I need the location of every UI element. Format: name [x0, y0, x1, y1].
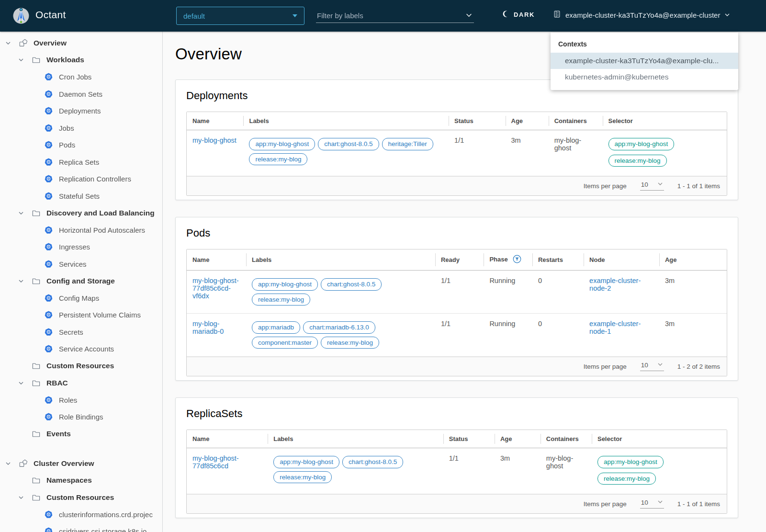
column-header-label: Containers — [554, 117, 587, 125]
labels-group: app:my-blog-ghostchart:ghost-8.0.5herita… — [249, 140, 436, 163]
sidebar-item-config-and-storage[interactable]: Config and Storage — [0, 272, 162, 290]
column-header-label: Containers — [546, 435, 579, 442]
horizontal-pod-autoscalers-icon — [45, 226, 54, 234]
page-size-select[interactable]: 10 — [640, 181, 664, 191]
labels-group: app:my-blog-ghostchart:ghost-8.0.5releas… — [273, 458, 406, 481]
theme-toggle[interactable]: DARK — [502, 10, 535, 19]
context-item-example-cluster-ka3tutzyo4a-example-clu[interactable]: example-cluster-ka3TuTzYo4a@example-clu.… — [551, 53, 738, 69]
clusterinformations-crd-projec-icon — [45, 510, 54, 519]
octant-logo-icon — [11, 6, 31, 25]
sidebar-item-replica-sets[interactable]: Replica Sets — [0, 154, 162, 171]
resource-link[interactable]: my-blog-mariadb-0 — [192, 320, 224, 335]
sidebar-item-services[interactable]: Services — [0, 256, 162, 273]
sidebar-item-ingresses[interactable]: Ingresses — [0, 238, 162, 256]
sidebar-item-cron-jobs[interactable]: Cron Jobs — [0, 68, 162, 86]
sidebar-item-role-bindings[interactable]: Role Bindings — [0, 408, 162, 426]
card-replicasets: ReplicaSetsNameLabelsStatusAgeContainers… — [175, 397, 738, 518]
table-cell: 1/1 — [435, 314, 484, 357]
replication-controllers-icon — [45, 175, 54, 183]
sidebar-item-roles[interactable]: Roles — [0, 392, 162, 409]
page-size-value: 10 — [641, 499, 648, 506]
chevron-down-icon[interactable] — [5, 460, 12, 467]
resource-link[interactable]: example-cluster-node-1 — [589, 320, 641, 335]
sidebar-item-config-maps[interactable]: Config Maps — [0, 290, 162, 307]
sidebar-item-workloads[interactable]: Workloads — [0, 52, 162, 69]
sidebar-item-clusterinformations-crd-projec[interactable]: clusterinformations.crd.projec — [0, 506, 162, 523]
resource-link[interactable]: my-blog-ghost-77df85c6cd — [192, 454, 239, 470]
label-pill: release:my-blog — [321, 337, 379, 349]
sidebar-item-label: Cron Jobs — [59, 73, 91, 81]
sidebar-item-label: Replica Sets — [59, 158, 99, 166]
column-header-labels: Labels — [246, 249, 435, 271]
sidebar-item-label: Service Accounts — [59, 345, 114, 353]
column-header-restarts: Restarts — [532, 249, 584, 271]
resource-link[interactable]: my-blog-ghost — [192, 136, 237, 144]
context-item-kubernetes-admin-kubernetes[interactable]: kubernetes-admin@kubernetes — [551, 69, 738, 85]
resource-link[interactable]: example-cluster-node-2 — [589, 277, 641, 292]
table-cell: my-blog-ghost — [541, 448, 592, 494]
role-bindings-icon — [45, 413, 54, 421]
sidebar-item-label: Namespaces — [46, 476, 92, 485]
table-cell: 1/1 — [443, 448, 495, 494]
header-row: NameLabelsReadyPhaseRestartsNodeAge — [187, 249, 727, 271]
sidebar-item-discovery-and-load-balancing[interactable]: Discovery and Load Balancing — [0, 204, 162, 222]
sidebar-item-custom-resources[interactable]: Custom Resources — [0, 358, 162, 375]
cell-text: Running — [489, 320, 515, 328]
folder-icon — [32, 209, 41, 217]
selector-pill: release:my-blog — [597, 473, 656, 485]
sidebar-item-deployments[interactable]: Deployments — [0, 102, 162, 120]
sidebar-item-daemon-sets[interactable]: Daemon Sets — [0, 86, 162, 103]
items-per-page-label: Items per page — [584, 363, 627, 370]
selector-row: release:my-blog — [608, 153, 721, 169]
sidebar-item-csidrivers-csi-storage-k8s-io[interactable]: csidrivers.csi.storage.k8s.io — [0, 523, 162, 532]
column-header-labels: Labels — [268, 430, 443, 448]
pagination-range: 1 - 1 of 1 items — [677, 182, 720, 190]
sidebar-item-events[interactable]: Events — [0, 426, 162, 443]
secrets-icon — [45, 328, 54, 336]
column-header-age: Age — [659, 249, 727, 271]
sidebar-item-rbac[interactable]: RBAC — [0, 374, 162, 392]
chevron-down-icon[interactable] — [18, 380, 25, 386]
sidebar-item-persistent-volume-claims[interactable]: Persistent Volume Claims — [0, 306, 162, 324]
table-row: my-blog-ghost-77df85c6cdapp:my-blog-ghos… — [187, 448, 727, 494]
sidebar-item-cluster-overview[interactable]: Cluster Overview — [0, 455, 162, 472]
column-header-label: Node — [589, 256, 605, 263]
sidebar-item-jobs[interactable]: Jobs — [0, 120, 162, 137]
sidebar-item-label: Overview — [34, 39, 67, 47]
cell-text: my-blog-ghost — [554, 136, 581, 152]
sidebar-item-pods[interactable]: Pods — [0, 136, 162, 154]
chevron-down-icon[interactable] — [18, 494, 25, 501]
sidebar-item-service-accounts[interactable]: Service Accounts — [0, 340, 162, 358]
data-table: NameLabelsStatusAgeContainersSelectormy-… — [187, 112, 727, 176]
label-pill: heritage:Tiller — [382, 138, 433, 150]
namespace-select[interactable]: default — [176, 7, 304, 25]
chevron-down-icon[interactable] — [5, 40, 12, 46]
sidebar-item-label: Custom Resources — [46, 362, 114, 370]
selector-pill: release:my-blog — [608, 155, 667, 167]
page-size-select[interactable]: 10 — [640, 362, 664, 371]
resource-link[interactable]: my-blog-ghost-77df85c6cd-vf6dx — [192, 277, 239, 300]
sidebar-item-stateful-sets[interactable]: Stateful Sets — [0, 188, 162, 205]
chevron-down-icon[interactable] — [18, 57, 25, 63]
page-size-select[interactable]: 10 — [640, 499, 664, 509]
filter-icon[interactable] — [513, 255, 521, 265]
chevron-down-icon[interactable] — [18, 278, 25, 284]
sidebar-item-namespaces[interactable]: Namespaces — [0, 472, 162, 489]
sidebar-item-replication-controllers[interactable]: Replication Controllers — [0, 170, 162, 188]
table-cell: 3m — [495, 448, 541, 494]
label-pill: release:my-blog — [252, 294, 310, 306]
sidebar-item-secrets[interactable]: Secrets — [0, 324, 162, 341]
context-switcher[interactable]: example-cluster-ka3TuTzYo4a@example-clus… — [553, 10, 730, 20]
column-header-age: Age — [506, 112, 549, 130]
chevron-down-icon[interactable] — [18, 210, 25, 216]
table-cell: 1/1 — [435, 271, 484, 314]
label-filter-input[interactable]: Filter by labels — [316, 10, 474, 23]
sidebar-item-overview[interactable]: Overview — [0, 34, 162, 52]
persistent-volume-claims-icon — [45, 311, 54, 319]
cell-text: 3m — [665, 277, 675, 284]
context-switcher-label: example-cluster-ka3TuTzYo4a@example-clus… — [565, 11, 720, 19]
table-cell: my-blog-ghost-77df85c6cd — [187, 448, 268, 494]
sidebar-item-custom-resources[interactable]: Custom Resources — [0, 489, 162, 506]
sidebar-item-horizontal-pod-autoscalers[interactable]: Horizontal Pod Autoscalers — [0, 222, 162, 239]
column-header-age: Age — [495, 430, 541, 448]
